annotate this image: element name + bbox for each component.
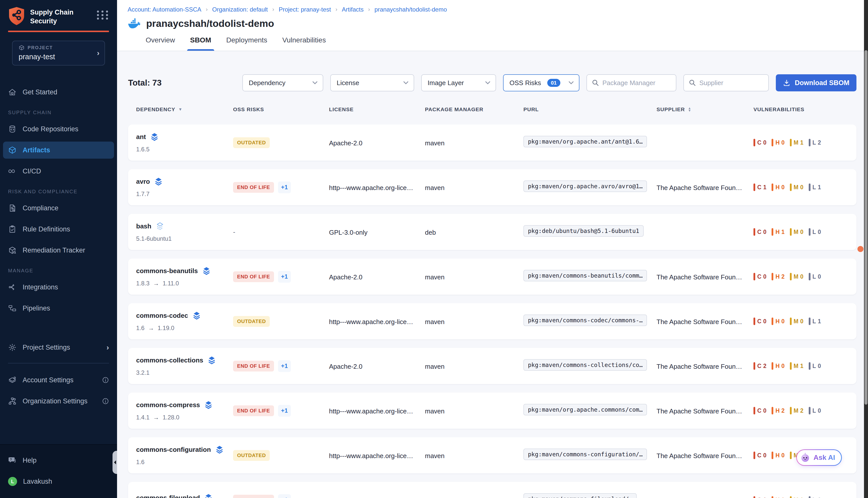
dependency-name[interactable]: commons-configuration — [136, 446, 211, 454]
risk-badge-more[interactable]: +1 — [278, 360, 291, 372]
column-header-supplier[interactable]: SUPPLIER▲▼ — [657, 106, 753, 113]
sidebar-item-code-repositories[interactable]: Code Repositories — [0, 120, 117, 137]
breadcrumb-link[interactable]: Organization: default — [212, 6, 268, 13]
dependency-name[interactable]: commons-beanutils — [136, 267, 198, 275]
vuln-count: 0 — [800, 229, 804, 235]
user-menu[interactable]: L Lavakush — [0, 473, 117, 490]
vuln-count: 0 — [763, 273, 767, 280]
breadcrumb-link[interactable]: pranaycshah/todolist-demo — [375, 6, 447, 13]
vuln-critical: C0 — [753, 451, 766, 459]
package-manager: maven — [425, 318, 444, 326]
tab-deployments[interactable]: Deployments — [226, 36, 267, 51]
purl-chip[interactable]: pkg:maven/commons-configuration/… — [523, 448, 647, 460]
risk-badge-more[interactable]: +1 — [278, 182, 291, 193]
purl-chip[interactable]: pkg:maven/org.apache.ant/ant@1.6… — [523, 136, 647, 147]
table-row[interactable]: commons-configuration 1.6 OUTDATED http-… — [128, 437, 856, 473]
table-row[interactable]: commons-compress 1.4.1→1.28.0 END OF LIF… — [128, 393, 856, 429]
help-button[interactable]: ? Help — [0, 452, 117, 469]
app-switcher-grid-icon[interactable] — [97, 11, 109, 19]
sidebar-item-organization-settings[interactable]: Organization Settings — [0, 393, 117, 410]
dependency-cell: commons-compress 1.4.1→1.28.0 — [136, 393, 233, 429]
column-label: PURL — [523, 106, 539, 113]
sidebar-item-remediation-tracker[interactable]: Remediation Tracker — [0, 242, 117, 259]
column-label: DEPENDENCY — [136, 106, 175, 113]
column-header-dependency[interactable]: DEPENDENCY▼ — [136, 106, 233, 113]
sidebar-item-project-settings[interactable]: Project Settings› — [0, 339, 117, 356]
dependency-cell: ant 1.6.5 — [136, 124, 233, 161]
purl-chip[interactable]: pkg:maven/commons-codec/commons-… — [523, 315, 647, 326]
vuln-critical: C0 — [753, 496, 766, 498]
purl-chip[interactable]: pkg:maven/commons-fileupload/… — [523, 493, 637, 498]
info-icon[interactable] — [102, 377, 109, 383]
sidebar-item-ci-cd[interactable]: CI/CD — [0, 163, 117, 180]
breadcrumb-link[interactable]: Project: pranay-test — [279, 6, 331, 13]
vuln-high: H2 — [772, 273, 785, 280]
table-row[interactable]: commons-fileupload END OF LIFE+1 Apache-… — [128, 482, 856, 498]
breadcrumb-link[interactable]: Account: Automation-SSCA — [128, 6, 201, 13]
dependency-cell: commons-codec 1.6→1.19.0 — [136, 303, 233, 339]
dependency-name[interactable]: bash — [136, 222, 152, 230]
dependency-name[interactable]: commons-fileupload — [136, 494, 200, 498]
filter-dropdown-license[interactable]: License — [330, 74, 414, 91]
table-row[interactable]: bash 5.1-6ubuntu1 - GPL-3.0-only deb pkg… — [128, 214, 856, 250]
purl-chip[interactable]: pkg:maven/commons-collections/co… — [523, 359, 647, 371]
purl-chip[interactable]: pkg:maven/org.apache.commons/com… — [523, 404, 647, 416]
search-input[interactable] — [603, 79, 671, 87]
sort-desc-icon[interactable]: ▼ — [178, 107, 183, 112]
accent-divider — [8, 31, 109, 32]
app-window: Supply Chain Security PROJECT pranay-tes… — [0, 0, 868, 498]
risk-badge-eol: END OF LIFE — [233, 495, 274, 498]
scrollbar-track[interactable] — [864, 0, 868, 498]
tab-overview[interactable]: Overview — [146, 36, 175, 51]
purl-chip[interactable]: pkg:deb/ubuntu/bash@5.1-6ubuntu1 — [523, 225, 644, 237]
ask-ai-button[interactable]: Ask AI — [796, 449, 842, 466]
oss-risks-cell: END OF LIFE+1 — [233, 494, 329, 498]
project-name: pranay-test — [18, 53, 97, 61]
risk-badge-more[interactable]: +1 — [278, 271, 291, 283]
info-icon[interactable] — [102, 397, 109, 405]
table-row[interactable]: commons-beanutils 1.8.3→1.11.0 END OF LI… — [128, 259, 856, 295]
filter-dropdown-oss-risks[interactable]: OSS Risks01 — [503, 74, 580, 91]
sidebar-collapse-handle[interactable] — [113, 451, 117, 474]
tab-vulnerabilities[interactable]: Vulnerabilities — [282, 36, 326, 51]
risk-badge-more[interactable]: +1 — [278, 494, 291, 498]
project-selector[interactable]: PROJECT pranay-test › — [12, 41, 105, 66]
tab-sbom[interactable]: SBOM — [190, 36, 211, 51]
sidebar-item-integrations[interactable]: Integrations — [0, 279, 117, 296]
risk-badge-outdated: OUTDATED — [233, 137, 270, 148]
search-input[interactable] — [699, 79, 763, 87]
dependency-name[interactable]: avro — [136, 178, 150, 185]
dependency-name[interactable]: ant — [136, 133, 146, 141]
purl-chip[interactable]: pkg:maven/commons-beanutils/comm… — [523, 270, 647, 281]
risk-badge-eol: END OF LIFE — [233, 182, 274, 193]
sidebar-item-pipelines[interactable]: Pipelines — [0, 300, 117, 317]
vuln-critical: C0 — [753, 273, 766, 280]
dependency-name[interactable]: commons-collections — [136, 356, 203, 364]
sidebar-item-compliance[interactable]: Compliance — [0, 199, 117, 217]
table-row[interactable]: commons-collections 3.2.1 END OF LIFE+1 … — [128, 348, 856, 384]
dependency-name[interactable]: commons-codec — [136, 312, 188, 319]
nav-section-label: RISK AND COMPLIANCE — [0, 189, 117, 195]
sort-icon[interactable]: ▲▼ — [688, 107, 691, 112]
risk-badge-more[interactable]: +1 — [278, 405, 291, 417]
vuln-count: 0 — [818, 273, 821, 280]
sidebar-item-artifacts[interactable]: Artifacts — [3, 142, 114, 159]
download-sbom-button[interactable]: Download SBOM — [776, 74, 857, 91]
notification-dot[interactable] — [857, 246, 864, 252]
breadcrumb-link[interactable]: Artifacts — [342, 6, 364, 13]
dependency-name[interactable]: commons-compress — [136, 401, 200, 409]
sidebar-item-account-settings[interactable]: Account Settings — [0, 371, 117, 389]
filter-dropdown-dependency[interactable]: Dependency — [242, 74, 323, 91]
table-row[interactable]: ant 1.6.5 OUTDATED Apache-2.0 maven pkg:… — [128, 124, 856, 161]
sidebar-item-rule-definitions[interactable]: Rule Definitions — [0, 221, 117, 238]
scrollbar-thumb[interactable] — [865, 50, 868, 405]
table-row[interactable]: avro 1.7.7 END OF LIFE+1 http---www.apac… — [128, 169, 856, 205]
vulnerabilities-cell: C0 H2 M2 L0 — [753, 407, 856, 415]
purl-chip[interactable]: pkg:maven/org.apache.avro/avro@1… — [523, 181, 647, 192]
filter-label: Dependency — [249, 79, 308, 87]
sidebar-item-label: Project Settings — [23, 344, 70, 351]
table-row[interactable]: commons-codec 1.6→1.19.0 OUTDATED http--… — [128, 303, 856, 339]
severity-bar — [809, 407, 811, 415]
sidebar-item-get-started[interactable]: Get Started — [0, 83, 117, 101]
filter-dropdown-image-layer[interactable]: Image Layer — [421, 74, 496, 91]
